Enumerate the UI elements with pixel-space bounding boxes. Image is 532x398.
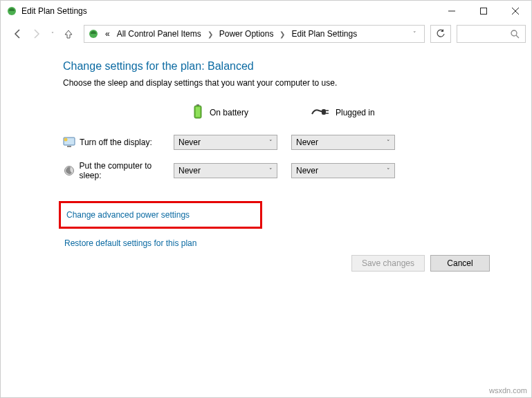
close-button[interactable]: [499, 1, 531, 21]
breadcrumb-item[interactable]: Edit Plan Settings: [288, 26, 360, 42]
highlight-annotation: Change advanced power settings: [59, 201, 262, 229]
display-plugged-select[interactable]: Never ˅: [291, 135, 395, 150]
window-title: Edit Plan Settings: [21, 6, 87, 16]
moon-icon: [63, 164, 75, 177]
chevron-right-icon[interactable]: ❯: [205, 30, 215, 38]
footer-buttons: Save changes Cancel: [351, 255, 490, 272]
column-header-battery: On battery: [174, 102, 291, 124]
svg-line-7: [516, 35, 519, 38]
save-button[interactable]: Save changes: [351, 255, 425, 272]
chevron-right-icon[interactable]: ❯: [277, 30, 287, 38]
row-label-sleep: Put the computer to sleep:: [63, 161, 174, 180]
column-header-plugged: Plugged in: [291, 102, 409, 124]
back-button[interactable]: [9, 26, 26, 42]
address-bar[interactable]: « All Control Panel Items ❯ Power Option…: [84, 25, 425, 43]
address-dropdown-icon[interactable]: ˅: [407, 30, 421, 37]
page-heading: Change settings for the plan: Balanced: [63, 60, 531, 73]
chevron-down-icon: ˅: [387, 139, 390, 146]
search-icon: [511, 30, 520, 39]
chevron-down-icon: ˅: [269, 167, 273, 174]
svg-point-16: [64, 138, 68, 142]
watermark: wsxdn.com: [489, 386, 527, 395]
breadcrumb-prefix[interactable]: «: [102, 26, 113, 42]
plug-icon: [311, 107, 329, 119]
sleep-battery-select[interactable]: Never ˅: [174, 163, 277, 178]
battery-icon: [193, 104, 203, 122]
app-icon: [6, 6, 17, 17]
svg-rect-10: [196, 107, 200, 117]
settings-grid: On battery Plugged in Turn off the displ…: [63, 102, 531, 180]
refresh-button[interactable]: [430, 25, 451, 43]
titlebar: Edit Plan Settings: [1, 1, 531, 21]
chevron-down-icon: ˅: [387, 167, 390, 174]
page-subheading: Choose the sleep and display settings th…: [63, 78, 531, 88]
svg-rect-2: [481, 8, 487, 15]
address-icon: [87, 28, 100, 40]
up-button[interactable]: [60, 26, 77, 42]
breadcrumb-item[interactable]: All Control Panel Items: [114, 26, 204, 42]
sleep-plugged-select[interactable]: Never ˅: [291, 163, 395, 178]
restore-defaults-link[interactable]: Restore default settings for this plan: [63, 236, 531, 251]
navbar: ˅ « All Control Panel Items ❯ Power Opti…: [1, 21, 531, 46]
forward-button[interactable]: [28, 26, 45, 42]
display-battery-select[interactable]: Never ˅: [174, 135, 277, 150]
maximize-button[interactable]: [468, 1, 499, 21]
history-dropdown-icon[interactable]: ˅: [48, 26, 57, 42]
row-label-display: Turn off the display:: [63, 136, 174, 149]
svg-point-6: [511, 30, 517, 36]
svg-rect-11: [322, 109, 326, 115]
monitor-icon: [63, 136, 75, 149]
links-section: Change advanced power settings Restore d…: [63, 201, 531, 251]
search-input[interactable]: [457, 25, 526, 43]
advanced-settings-link[interactable]: Change advanced power settings: [65, 207, 191, 222]
content-area: Change settings for the plan: Balanced C…: [1, 46, 531, 251]
breadcrumb-item[interactable]: Power Options: [217, 26, 277, 42]
svg-rect-15: [67, 146, 71, 147]
cancel-button[interactable]: Cancel: [430, 255, 490, 272]
minimize-button[interactable]: [436, 1, 468, 21]
chevron-down-icon: ˅: [269, 139, 273, 146]
